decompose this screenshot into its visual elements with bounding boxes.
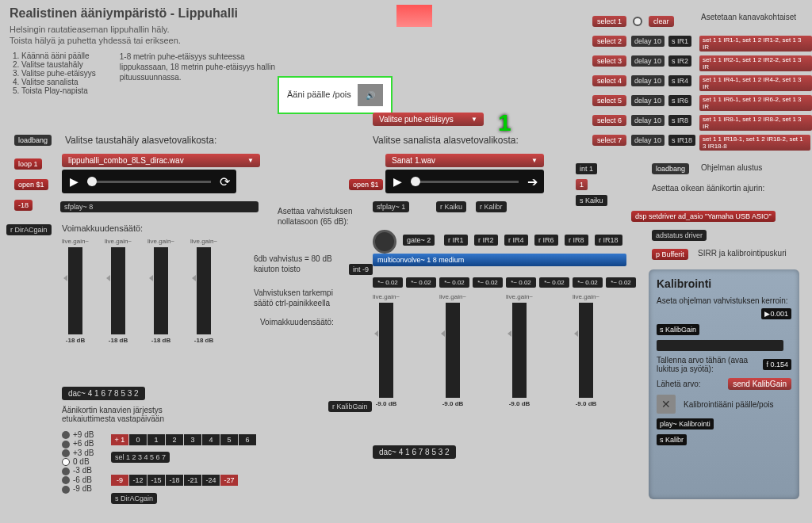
loop-msg[interactable]: loop 1 bbox=[14, 158, 42, 170]
scale-box[interactable]: *~ 0.02 bbox=[439, 277, 469, 288]
audio-toggle-button[interactable]: Ääni päälle /pois 🔊 bbox=[278, 76, 393, 114]
noise-player[interactable]: ▶ ⟳ bbox=[62, 170, 236, 193]
int1-box[interactable]: int 1 bbox=[576, 163, 597, 174]
dac-speech[interactable]: dac~ 4 1 6 7 8 5 3 2 bbox=[373, 445, 456, 459]
gain-meter[interactable]: live.gain~-9.0 dB bbox=[573, 293, 599, 407]
select-btn[interactable]: select 2 bbox=[592, 36, 626, 47]
wordlist-dropdown[interactable]: Sanat 1.wav bbox=[385, 154, 544, 167]
next-icon[interactable]: ➔ bbox=[523, 173, 541, 190]
delay-box[interactable]: delay 10 bbox=[631, 115, 665, 126]
loadbang-box[interactable]: loadbang bbox=[14, 135, 52, 146]
gain-value-field[interactable]: ▶0.001 bbox=[761, 308, 791, 319]
open-msg[interactable]: open $1 bbox=[14, 179, 48, 190]
delay-box[interactable]: delay 10 bbox=[631, 135, 665, 146]
sfplay-noise[interactable]: sfplay~ 8 bbox=[60, 201, 259, 212]
sel-box[interactable]: sel 1 2 3 4 5 6 7 bbox=[111, 452, 170, 463]
set-msg[interactable]: set 1 1 IR18-1, set 1 2 IR18-2, set 1 3 … bbox=[699, 135, 810, 151]
clear-btn[interactable]: clear bbox=[649, 16, 674, 27]
select-btn[interactable]: select 1 bbox=[592, 16, 626, 27]
rkalibgain-box[interactable]: r KalibGain bbox=[328, 401, 372, 412]
rir-8[interactable]: r IR8 bbox=[565, 235, 588, 246]
num-row-1[interactable]: + 10123456 bbox=[111, 434, 256, 445]
rdiracgain-box[interactable]: r DirACgain bbox=[6, 224, 52, 235]
one-msg[interactable]: 1 bbox=[576, 179, 588, 190]
dsp-msg[interactable]: dsp setdriver ad_asio "Yamaha USB ASIO" bbox=[631, 211, 776, 222]
calib-tone-toggle[interactable]: ✕ bbox=[657, 395, 676, 414]
play-kalib-box[interactable]: play~ Kalibrointi bbox=[657, 418, 714, 429]
dac-noise[interactable]: dac~ 4 1 6 7 8 5 3 2 bbox=[62, 387, 145, 400]
num-row-2[interactable]: -9-12-15-18-21-24-27 bbox=[111, 475, 238, 486]
loop-icon[interactable]: ⟳ bbox=[216, 173, 233, 190]
multiconvolve-box[interactable]: multiconvolve~ 1 8 medium bbox=[373, 254, 626, 266]
play-icon[interactable]: ▶ bbox=[65, 173, 82, 190]
rkaiku-box[interactable]: r Kaiku bbox=[436, 201, 466, 212]
sir-box[interactable]: s IR1 bbox=[668, 36, 691, 47]
gain-meter[interactable]: live.gain~-18 dB bbox=[62, 238, 89, 344]
set-msg[interactable]: set 1 1 IR2-1, set 1 2 IR2-2, set 1 3 IR bbox=[699, 55, 812, 71]
adstatus-box[interactable]: adstatus driver bbox=[652, 230, 707, 241]
set-msg[interactable]: set 1 1 IR1-1, set 1 2 IR1-2, set 1 3 IR bbox=[699, 36, 812, 52]
gain-meter[interactable]: live.gain~-9.0 dB bbox=[506, 293, 533, 407]
int9-box[interactable]: int -9 bbox=[349, 264, 373, 275]
rir-1[interactable]: r IR1 bbox=[444, 235, 468, 246]
red-accent bbox=[396, 5, 432, 27]
distance-dropdown[interactable]: Valitse puhe-etäisyys bbox=[373, 113, 484, 126]
rir-4[interactable]: r IR4 bbox=[504, 235, 528, 246]
rkalibr-box[interactable]: r Kalibr bbox=[476, 201, 507, 212]
sdiracgain-box[interactable]: s DirACgain bbox=[111, 493, 157, 504]
speech-player[interactable]: ▶ ➔ bbox=[385, 170, 544, 193]
rir-6[interactable]: r IR6 bbox=[534, 235, 558, 246]
gate-box[interactable]: gate~ 2 bbox=[403, 235, 435, 246]
skalibgain-box[interactable]: s KalibGain bbox=[657, 324, 699, 335]
delay-box[interactable]: delay 10 bbox=[631, 36, 665, 47]
open-msg-2[interactable]: open $1 bbox=[349, 179, 383, 190]
sfplay-speech[interactable]: sfplay~ 1 bbox=[373, 201, 409, 212]
skaiku-box[interactable]: s Kaiku bbox=[576, 195, 607, 206]
sir-box[interactable]: s IR8 bbox=[668, 115, 691, 126]
select-btn[interactable]: select 3 bbox=[592, 55, 626, 67]
pbuf-box[interactable]: p Bufferit bbox=[652, 249, 688, 260]
send-kalibgain-button[interactable]: send KalibGain bbox=[728, 378, 791, 390]
db-ladder[interactable]: +9 dB +6 dB +3 dB 0 dB -3 dB -6 dB -9 dB bbox=[62, 430, 94, 494]
slider-thumb[interactable] bbox=[87, 177, 97, 186]
delay-box[interactable]: delay 10 bbox=[631, 75, 665, 86]
select-btn[interactable]: select 7 bbox=[592, 135, 626, 146]
rir-18[interactable]: r IR18 bbox=[595, 235, 622, 246]
sir-box[interactable]: s IR6 bbox=[668, 95, 691, 106]
rir-2[interactable]: r IR2 bbox=[474, 235, 498, 246]
sir-box[interactable]: s IR18 bbox=[668, 135, 695, 146]
calib-meter bbox=[657, 340, 783, 351]
scale-box[interactable]: *~ 0.02 bbox=[373, 277, 403, 288]
scale-box[interactable]: *~ 0.02 bbox=[406, 277, 436, 288]
set-msg[interactable]: set 1 1 IR6-1, set 1 2 IR6-2, set 1 3 IR bbox=[699, 95, 812, 111]
select-btn[interactable]: select 6 bbox=[592, 115, 626, 126]
atten-msg[interactable]: -18 bbox=[14, 200, 33, 211]
scale-box[interactable]: *~ 0.02 bbox=[573, 277, 603, 288]
gate-toggle[interactable] bbox=[373, 230, 396, 254]
gain-meter[interactable]: live.gain~-18 dB bbox=[105, 238, 132, 344]
scale-box[interactable]: *~ 0.02 bbox=[539, 277, 569, 288]
select-btn[interactable]: select 4 bbox=[592, 75, 626, 86]
gain-meter[interactable]: live.gain~-9.0 dB bbox=[373, 293, 400, 407]
set-msg[interactable]: set 1 1 IR8-1, set 1 2 IR8-2, set 1 3 IR bbox=[699, 115, 812, 131]
skalibr-box[interactable]: s Kalibr bbox=[657, 434, 687, 445]
set-msg[interactable]: set 1 1 IR4-1, set 1 2 IR4-2, set 1 3 IR bbox=[699, 75, 812, 91]
noise-file-dropdown[interactable]: lippuhalli_combo_8LS_dirac.wav bbox=[62, 154, 260, 167]
toggle[interactable] bbox=[633, 17, 642, 26]
scale-box[interactable]: *~ 0.02 bbox=[606, 277, 636, 288]
gain-meter[interactable]: live.gain~-18 dB bbox=[190, 238, 217, 344]
select-btn[interactable]: select 5 bbox=[592, 95, 626, 106]
gain-meter[interactable]: live.gain~-9.0 dB bbox=[439, 293, 466, 407]
slider-thumb[interactable] bbox=[411, 177, 420, 186]
sir-box[interactable]: s IR4 bbox=[668, 75, 691, 86]
sir-box[interactable]: s IR2 bbox=[668, 55, 691, 67]
play-icon[interactable]: ▶ bbox=[389, 173, 406, 190]
scale-box[interactable]: *~ 0.02 bbox=[473, 277, 503, 288]
save-value-field[interactable]: f 0.154 bbox=[763, 359, 791, 370]
gain-meter[interactable]: live.gain~-18 dB bbox=[147, 238, 174, 344]
scale-box[interactable]: *~ 0.02 bbox=[506, 277, 536, 288]
ch-order-heading: Äänikortin kanavien järjestys etukaiutti… bbox=[62, 406, 205, 423]
delay-box[interactable]: delay 10 bbox=[631, 95, 665, 106]
loadbang-driver[interactable]: loadbang bbox=[652, 163, 689, 174]
delay-box[interactable]: delay 10 bbox=[631, 55, 665, 67]
